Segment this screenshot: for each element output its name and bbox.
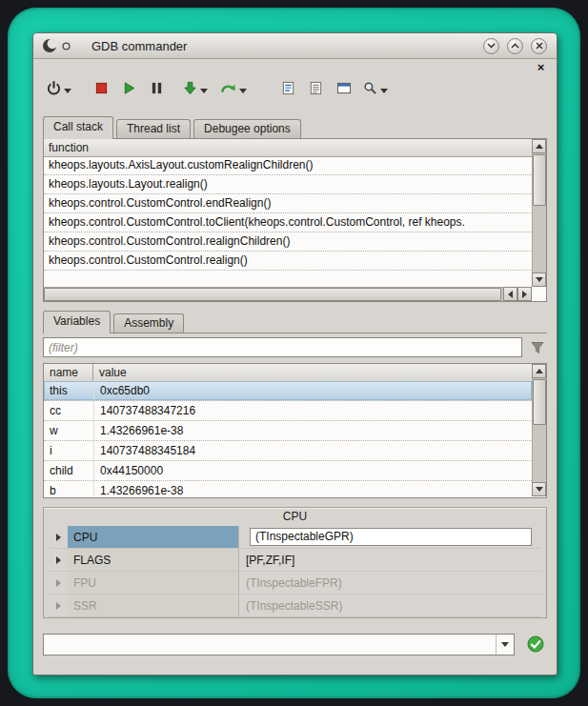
stop-button[interactable] xyxy=(92,78,111,101)
filter-input[interactable] xyxy=(43,337,522,357)
variable-row-b[interactable]: b 1.43266961e-38 xyxy=(44,481,532,496)
output-log-button[interactable] xyxy=(307,78,325,101)
variables-filter-row xyxy=(43,337,547,358)
cpu-inspector-group: CPU CPU (TInspectableGPR) FLAGS [PF,ZF,I… xyxy=(43,507,547,618)
cpu-row-value: [PF,ZF,IF] xyxy=(239,554,541,567)
cpu-row-value: (TInspectableFPR) xyxy=(239,576,541,590)
scroll-thumb[interactable] xyxy=(533,379,546,425)
close-button[interactable] xyxy=(531,38,547,54)
tab-debugee-options[interactable]: Debugee options xyxy=(193,119,301,139)
variables-rows: this 0xc65db0 cc 140737488347216 w 1.432… xyxy=(44,381,532,496)
variables-tabbar: Variables Assembly xyxy=(43,312,187,333)
callstack-hscrollbar[interactable] xyxy=(44,287,532,301)
cpu-row-name: FPU xyxy=(68,572,239,594)
callstack-vscrollbar[interactable] xyxy=(532,139,546,287)
pin-icon[interactable] xyxy=(62,42,71,50)
scroll-thumb[interactable] xyxy=(44,288,501,301)
power-button[interactable] xyxy=(45,78,73,101)
debugee-window-button[interactable] xyxy=(335,78,354,101)
shade-button[interactable] xyxy=(483,38,499,54)
inspector-icon xyxy=(363,81,377,99)
variable-value: 0xc65db0 xyxy=(93,381,532,400)
callstack-header[interactable]: function xyxy=(44,139,546,157)
scroll-right-button[interactable] xyxy=(517,287,532,301)
debug-toolbar xyxy=(45,75,545,104)
variable-row-cc[interactable]: cc 140737488347216 xyxy=(44,401,532,421)
callstack-row[interactable]: kheops.layouts.AxisLayout.customRealignC… xyxy=(44,156,532,175)
step-over-button[interactable] xyxy=(218,78,249,101)
cpu-row-ssr[interactable]: SSR (TInspectableSSR) xyxy=(49,595,541,617)
run-button[interactable] xyxy=(120,78,138,101)
restore-button[interactable] xyxy=(507,38,523,54)
expander-arrow-icon[interactable] xyxy=(49,556,68,564)
cpu-row-name: SSR xyxy=(68,595,239,616)
tab-assembly[interactable]: Assembly xyxy=(113,313,184,333)
combo-dropdown-button[interactable] xyxy=(496,635,514,655)
cpu-rows: CPU (TInspectableGPR) FLAGS [PF,ZF,IF] F… xyxy=(49,526,541,617)
filter-icon[interactable] xyxy=(530,340,545,359)
ok-icon xyxy=(527,635,544,653)
column-function[interactable]: function xyxy=(44,141,89,154)
scroll-up-button[interactable] xyxy=(532,139,546,153)
step-over-dropdown-arrow[interactable] xyxy=(239,89,247,93)
tab-thread-list[interactable]: Thread list xyxy=(116,119,191,139)
command-row xyxy=(43,634,547,656)
run-icon xyxy=(122,81,136,99)
app-icon[interactable] xyxy=(42,38,57,53)
variable-value: 0x44150000 xyxy=(93,461,532,480)
command-combobox[interactable] xyxy=(43,634,515,656)
cpu-row-flags[interactable]: FLAGS [PF,ZF,IF] xyxy=(49,549,541,572)
left-arrow-icon xyxy=(508,291,513,298)
tab-call-stack[interactable]: Call stack xyxy=(43,116,113,139)
variable-name: this xyxy=(44,381,93,400)
scroll-thumb[interactable] xyxy=(533,154,546,206)
variables-vscrollbar[interactable] xyxy=(532,364,546,496)
cpu-row-fpu[interactable]: FPU (TInspectableFPR) xyxy=(49,572,541,595)
variable-row-this[interactable]: this 0xc65db0 xyxy=(44,381,532,401)
up-arrow-icon xyxy=(536,369,543,373)
variable-row-w[interactable]: w 1.43266961e-38 xyxy=(44,421,532,441)
callstack-row[interactable]: kheops.control.CustomControl.endRealign(… xyxy=(44,194,532,213)
expander-arrow-icon[interactable] xyxy=(49,534,68,541)
callstack-row[interactable]: kheops.control.CustomControl.realign() xyxy=(44,252,532,271)
column-value[interactable]: value xyxy=(93,364,127,381)
cpu-group-title: CPU xyxy=(44,508,546,525)
window-controls xyxy=(483,38,547,54)
expander-arrow-icon[interactable] xyxy=(49,579,68,587)
column-name[interactable]: name xyxy=(44,364,93,381)
inspector-dropdown-arrow[interactable] xyxy=(380,89,388,93)
step-over-icon xyxy=(220,81,236,99)
inspector-button[interactable] xyxy=(361,78,390,101)
cpu-value-field[interactable]: (TInspectableGPR) xyxy=(250,528,532,546)
scroll-up-button[interactable] xyxy=(532,364,546,378)
variable-row-child[interactable]: child 0x44150000 xyxy=(44,461,532,481)
callstack-row[interactable]: kheops.layouts.Layout.realign() xyxy=(44,175,532,194)
callstack-row[interactable]: kheops.control.CustomControl.toClient(kh… xyxy=(44,213,532,232)
callstack-row[interactable]: kheops.control.CustomControl.realignChil… xyxy=(44,232,532,252)
dock-close-button[interactable]: × xyxy=(535,61,547,73)
source-doc-button[interactable] xyxy=(279,78,297,101)
variable-row-i[interactable]: i 140737488345184 xyxy=(44,441,532,461)
tab-variables[interactable]: Variables xyxy=(43,311,111,333)
scroll-down-button[interactable] xyxy=(532,482,546,496)
expander-arrow-icon[interactable] xyxy=(49,602,68,610)
callstack-table: function kheops.layouts.AxisLayout.custo… xyxy=(43,138,547,302)
pause-button[interactable] xyxy=(148,78,166,101)
dropdown-arrow-icon xyxy=(501,642,509,647)
cpu-row-name: FLAGS xyxy=(68,549,239,571)
titlebar[interactable]: GDB commander xyxy=(33,33,557,59)
cpu-row-name: CPU xyxy=(68,526,239,548)
power-dropdown-arrow[interactable] xyxy=(64,89,71,93)
scroll-left-button[interactable] xyxy=(503,287,517,301)
step-into-dropdown-arrow[interactable] xyxy=(200,89,208,93)
step-into-button[interactable] xyxy=(181,78,210,101)
cpu-row-gpr[interactable]: CPU (TInspectableGPR) xyxy=(49,526,541,549)
callstack-rows: kheops.layouts.AxisLayout.customRealignC… xyxy=(44,156,532,286)
gdb-commander-window: GDB commander × xyxy=(32,32,558,676)
send-command-button[interactable] xyxy=(526,635,545,654)
command-input[interactable] xyxy=(49,636,493,653)
scroll-down-button[interactable] xyxy=(532,272,546,287)
stop-icon xyxy=(94,81,109,99)
debugee-window-icon xyxy=(336,81,352,99)
variables-header: name value xyxy=(44,364,546,382)
